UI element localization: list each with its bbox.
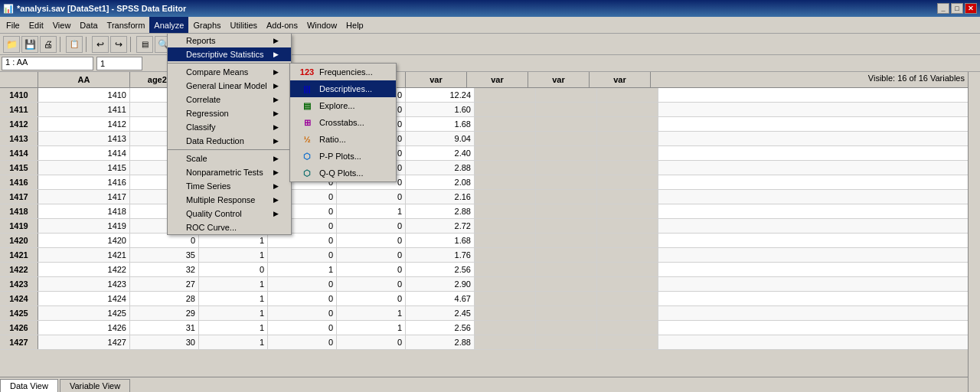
cell[interactable]: 1420: [38, 234, 130, 247]
table-row[interactable]: 1410141010012.24: [0, 88, 980, 103]
cell[interactable]: [536, 234, 597, 247]
col-header-var2[interactable]: var: [467, 72, 528, 87]
cell[interactable]: [597, 335, 658, 349]
cell[interactable]: [597, 146, 658, 160]
cell[interactable]: 1415: [0, 161, 38, 175]
cell[interactable]: [597, 132, 658, 145]
cell[interactable]: [475, 321, 536, 335]
cell[interactable]: [536, 190, 597, 204]
cell[interactable]: 0: [199, 263, 268, 276]
analyze-menu-item-compare-means[interactable]: Compare Means▶: [168, 65, 291, 79]
cell[interactable]: 1426: [38, 321, 130, 335]
cell[interactable]: 1416: [0, 175, 38, 189]
cell[interactable]: 1424: [0, 292, 38, 305]
col-header-var1[interactable]: var: [406, 72, 467, 87]
analyze-menu-item-nonparametric-tests[interactable]: Nonparametric Tests▶: [168, 165, 291, 179]
cell[interactable]: 1427: [0, 335, 38, 349]
cell[interactable]: [536, 161, 597, 175]
analyze-menu-item-descriptive-statistics[interactable]: Descriptive Statistics▶: [168, 47, 291, 61]
cell[interactable]: 2.88: [406, 335, 475, 349]
desc-stats-item-q-q-plots---[interactable]: ⬡Q-Q Plots...: [290, 165, 396, 181]
cell[interactable]: 1423: [38, 277, 130, 291]
table-row[interactable]: 1420142001001.68: [0, 234, 980, 248]
table-row[interactable]: 1416141601002.08: [0, 175, 980, 190]
analyze-menu-item-scale[interactable]: Scale▶: [168, 152, 291, 165]
analyze-menu-item-correlate[interactable]: Correlate▶: [168, 93, 291, 106]
cell[interactable]: 1425: [38, 306, 130, 320]
cell[interactable]: 1422: [38, 263, 130, 276]
table-row[interactable]: 141414141002.40: [0, 146, 980, 161]
tab-variable-view[interactable]: Variable View: [60, 379, 130, 392]
analyze-menu-item-multiple-response[interactable]: Multiple Response▶: [168, 193, 291, 207]
table-row[interactable]: 14251425291012.45: [0, 306, 980, 321]
cell[interactable]: 2.45: [406, 306, 475, 320]
analyze-menu-item-data-reduction[interactable]: Data Reduction▶: [168, 134, 291, 148]
cell[interactable]: [536, 263, 597, 276]
cell[interactable]: 1410: [0, 88, 38, 102]
cell[interactable]: 1: [337, 321, 406, 335]
cell[interactable]: 30: [130, 335, 199, 349]
cell[interactable]: 1: [199, 335, 268, 349]
cell[interactable]: 1417: [38, 190, 130, 204]
cell[interactable]: 1418: [38, 204, 130, 218]
close-button[interactable]: ✕: [965, 3, 977, 14]
cell[interactable]: [597, 234, 658, 247]
desc-stats-item-ratio---[interactable]: ½Ratio...: [290, 131, 396, 148]
cell[interactable]: [475, 263, 536, 276]
table-row[interactable]: 1418141801012.88: [0, 204, 980, 219]
cell[interactable]: 1422: [0, 263, 38, 276]
menu-analyze[interactable]: Analyze: [149, 17, 188, 33]
menu-transform[interactable]: Transform: [103, 17, 150, 33]
cell[interactable]: 2.56: [406, 263, 475, 276]
cell[interactable]: [475, 175, 536, 189]
cell[interactable]: [475, 146, 536, 160]
cell[interactable]: [536, 146, 597, 160]
cell[interactable]: [597, 117, 658, 131]
maximize-button[interactable]: □: [951, 3, 963, 14]
cell[interactable]: 27: [130, 277, 199, 291]
save-icon[interactable]: 💾: [21, 36, 38, 53]
analyze-menu-item-regression[interactable]: Regression▶: [168, 106, 291, 120]
cell[interactable]: [475, 103, 536, 116]
cell[interactable]: 0: [337, 248, 406, 262]
desc-stats-item-explore---[interactable]: ▤Explore...: [290, 97, 396, 114]
cell[interactable]: 0: [268, 248, 337, 262]
cell[interactable]: 1421: [0, 248, 38, 262]
cell[interactable]: 1.60: [406, 103, 475, 116]
cell[interactable]: [475, 234, 536, 247]
cell[interactable]: 2.56: [406, 321, 475, 335]
table-row[interactable]: 141214120001.68: [0, 117, 980, 132]
cell[interactable]: 1421: [38, 248, 130, 262]
cell[interactable]: [475, 219, 536, 233]
cell[interactable]: [536, 117, 597, 131]
cell[interactable]: 0: [268, 306, 337, 320]
menu-help[interactable]: Help: [341, 17, 368, 33]
table-row[interactable]: 14221422320102.56: [0, 263, 980, 277]
cell[interactable]: 0: [268, 234, 337, 247]
cell[interactable]: [597, 175, 658, 189]
cell[interactable]: 1423: [0, 277, 38, 291]
cell[interactable]: 0: [337, 263, 406, 276]
menu-file[interactable]: File: [2, 17, 24, 33]
cell[interactable]: 0: [337, 234, 406, 247]
desc-stats-item-descriptives---[interactable]: |||Descriptives...: [290, 80, 396, 97]
cell[interactable]: 2.40: [406, 146, 475, 160]
cell[interactable]: [597, 306, 658, 320]
cell[interactable]: [597, 248, 658, 262]
cell[interactable]: [536, 219, 597, 233]
cell[interactable]: 1: [199, 321, 268, 335]
cell[interactable]: [597, 219, 658, 233]
cell[interactable]: 32: [130, 263, 199, 276]
cell[interactable]: 1.76: [406, 248, 475, 262]
cell[interactable]: [475, 292, 536, 305]
table-row[interactable]: 1419141910002.72: [0, 219, 980, 234]
cell[interactable]: [597, 88, 658, 102]
menu-graphs[interactable]: Graphs: [188, 17, 225, 33]
table-row[interactable]: 1415141510002.88: [0, 161, 980, 175]
cell[interactable]: [475, 117, 536, 131]
go-to-case-icon[interactable]: ▤: [136, 36, 153, 53]
col-header-var3[interactable]: var: [528, 72, 590, 87]
cell[interactable]: 1: [337, 306, 406, 320]
var-info-icon[interactable]: 📋: [66, 36, 83, 53]
open-icon[interactable]: 📁: [3, 36, 20, 53]
